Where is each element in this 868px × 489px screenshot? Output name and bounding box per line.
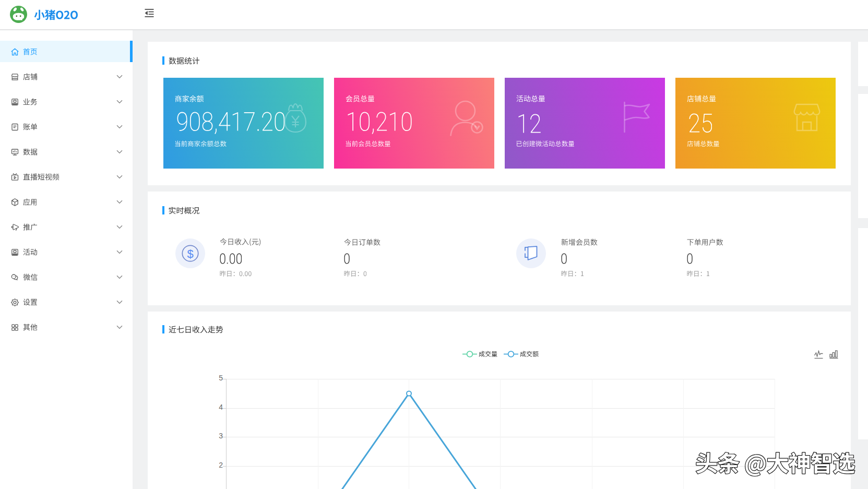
svg-text:$: $: [187, 247, 193, 260]
